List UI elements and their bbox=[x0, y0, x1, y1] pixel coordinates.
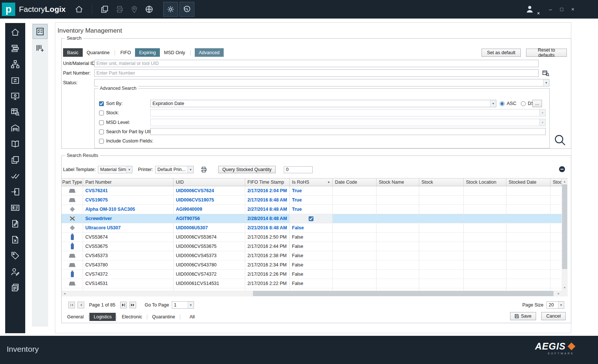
first-page-button[interactable] bbox=[68, 302, 75, 308]
hierarchy-icon[interactable] bbox=[10, 59, 21, 70]
stocked-quantity-input[interactable] bbox=[284, 166, 313, 173]
cancel-button[interactable]: Cancel bbox=[541, 312, 566, 320]
tab-electronic[interactable]: Electronic bbox=[118, 313, 146, 321]
printer-icon[interactable] bbox=[112, 2, 127, 17]
last-page-button[interactable] bbox=[129, 302, 136, 308]
settings-gear-button[interactable] bbox=[163, 2, 178, 17]
print-icon[interactable] bbox=[200, 166, 207, 173]
minimize-button[interactable]: – bbox=[548, 7, 553, 12]
stock-checkbox[interactable] bbox=[99, 111, 104, 115]
tab-advanced[interactable]: Advanced bbox=[195, 48, 224, 57]
inventory-stacks-icon[interactable] bbox=[10, 43, 21, 54]
printer-dropdown[interactable]: Default Prin... ▾ bbox=[155, 166, 194, 173]
document-edit-icon[interactable] bbox=[10, 218, 21, 229]
scroll-up-icon[interactable]: ▲ bbox=[562, 178, 568, 184]
table-row[interactable]: Alpha OM-310 SAC305 AGI9040009 2/27/2014… bbox=[62, 205, 562, 214]
unit-material-id-input[interactable] bbox=[94, 60, 539, 67]
query-stocked-quantity-button[interactable]: Query Stocked Quantity bbox=[218, 166, 276, 173]
column-header-uid[interactable]: UID bbox=[174, 178, 245, 186]
column-header-date-code[interactable]: Date Code bbox=[333, 178, 377, 186]
tab-msd-only[interactable]: MSD Only bbox=[160, 48, 189, 57]
table-row[interactable]: CVS53675 UID0006CVS53675 2/17/2016 2:44 … bbox=[62, 242, 562, 251]
tab-all[interactable]: All bbox=[185, 313, 199, 321]
monitor-gear-icon[interactable] bbox=[10, 91, 21, 102]
part-by-uid-input[interactable] bbox=[150, 128, 546, 135]
msd-level-dropdown[interactable]: ▾ bbox=[150, 119, 546, 126]
barcode-add-button[interactable] bbox=[33, 40, 47, 55]
sort-by-checkbox[interactable] bbox=[99, 101, 104, 106]
table-row[interactable]: CVS76241 UID0006CVS7624 2/17/2016 2:04 P… bbox=[62, 186, 562, 196]
vertical-scroll-thumb[interactable] bbox=[562, 184, 567, 269]
next-page-button[interactable] bbox=[120, 302, 127, 308]
documents-icon[interactable] bbox=[97, 2, 112, 17]
horizontal-scroll-thumb[interactable] bbox=[253, 291, 553, 296]
column-header-stock[interactable]: Stock bbox=[419, 178, 464, 186]
scroll-down-icon[interactable]: ▼ bbox=[562, 285, 568, 291]
tag-icon[interactable] bbox=[10, 250, 21, 261]
scroll-left-icon[interactable]: ◄ bbox=[62, 291, 68, 296]
set-as-default-button[interactable]: Set as default bbox=[482, 49, 521, 57]
page-size-dropdown[interactable]: 20 ▾ bbox=[546, 301, 564, 309]
table-row[interactable]: CVS43780 UID0006CVS43780 2/17/2016 2:34 … bbox=[62, 260, 562, 270]
column-header-part-number[interactable]: Part Number bbox=[83, 178, 174, 186]
dsc-radio[interactable] bbox=[521, 101, 526, 106]
inventory-list-button[interactable] bbox=[33, 24, 47, 39]
save-button[interactable]: Save bbox=[510, 312, 536, 320]
user-edit-icon[interactable] bbox=[10, 266, 21, 277]
filter-arrow-icon[interactable]: ▼ bbox=[327, 181, 330, 184]
document-remove-icon[interactable] bbox=[10, 234, 21, 245]
horizontal-scrollbar[interactable]: ◄ ► bbox=[62, 291, 562, 296]
tab-quarantine-results[interactable]: Quarantine bbox=[148, 313, 179, 321]
column-header-stock-name[interactable]: Stock Name bbox=[377, 178, 419, 186]
sort-by-dropdown[interactable]: Expiration Date ▾ bbox=[150, 100, 496, 107]
msd-level-checkbox[interactable] bbox=[99, 120, 104, 125]
report-pages-icon[interactable] bbox=[10, 282, 21, 293]
table-search-icon[interactable] bbox=[10, 106, 21, 118]
collapse-minus-icon[interactable] bbox=[559, 166, 565, 172]
table-row[interactable]: CVS74372 UID0006CVS74372 2/17/2016 2:26 … bbox=[62, 270, 562, 279]
tab-general[interactable]: General bbox=[63, 313, 88, 321]
column-header-stocked-date[interactable]: Stocked Date bbox=[506, 178, 551, 186]
tab-expiring[interactable]: Expiring bbox=[135, 48, 160, 57]
import-box-icon[interactable] bbox=[10, 186, 21, 197]
go-to-page-dropdown[interactable]: 1 ▾ bbox=[172, 301, 194, 309]
column-header-fifo[interactable]: FIFO Time Stamp bbox=[245, 178, 290, 186]
maximize-button[interactable]: □ bbox=[559, 7, 565, 12]
table-row-selected[interactable]: Screwdriver AGIT90756 2/28/2014 8:48 AM bbox=[62, 214, 562, 223]
label-template-dropdown[interactable]: Material Simp ▾ bbox=[98, 166, 132, 173]
id-card-icon[interactable] bbox=[10, 202, 21, 213]
column-header-stock-2[interactable]: Stock bbox=[551, 178, 562, 186]
asc-radio[interactable] bbox=[500, 101, 505, 106]
tab-basic[interactable]: Basic bbox=[63, 48, 83, 57]
vertical-scrollbar[interactable]: ▲ ▼ bbox=[562, 178, 568, 291]
table-row[interactable]: Ultracore U5307 UID0006U5307 2/21/2016 8… bbox=[62, 223, 562, 233]
table-row[interactable]: CVS53674 UID0006CVS53674 2/17/2016 2:50 … bbox=[62, 233, 562, 242]
part-by-uid-checkbox[interactable] bbox=[99, 129, 104, 134]
run-search-icon[interactable] bbox=[553, 134, 567, 148]
copy-pages-icon[interactable] bbox=[10, 154, 21, 165]
box-refresh-icon[interactable] bbox=[10, 75, 21, 86]
rohs-checkbox[interactable] bbox=[309, 216, 313, 221]
home-nav-icon[interactable] bbox=[10, 27, 21, 38]
close-button[interactable]: × bbox=[570, 7, 576, 12]
stock-dropdown[interactable]: ▾ bbox=[150, 109, 546, 117]
custom-fields-checkbox[interactable] bbox=[99, 139, 104, 144]
prev-page-button[interactable] bbox=[78, 302, 84, 308]
part-lookup-icon[interactable] bbox=[542, 69, 550, 78]
home-icon[interactable] bbox=[72, 2, 86, 17]
part-number-input[interactable] bbox=[94, 69, 539, 77]
tab-fifo[interactable]: FIFO bbox=[116, 48, 135, 57]
scroll-right-icon[interactable]: ► bbox=[556, 291, 562, 296]
tab-logistics[interactable]: Logistics bbox=[89, 313, 116, 321]
location-pin-icon[interactable] bbox=[127, 2, 142, 17]
column-header-stock-location[interactable]: Stock Location bbox=[464, 178, 506, 186]
table-row[interactable]: CVS14531 UID00061CVS14531 2/17/2016 2:22… bbox=[62, 279, 562, 288]
double-check-icon[interactable] bbox=[10, 170, 21, 181]
table-row[interactable]: CVS19075 UID006CVS19075 2/17/2016 8:48 A… bbox=[62, 196, 562, 205]
history-refresh-button[interactable] bbox=[180, 2, 194, 17]
column-header-part-type[interactable]: Part Type bbox=[62, 178, 83, 186]
more-options-button[interactable]: ... bbox=[532, 100, 542, 107]
globe-icon[interactable] bbox=[142, 2, 157, 17]
table-row[interactable]: CVS45373 UID0006CVS45373 2/17/2016 2:38 … bbox=[62, 251, 562, 260]
column-header-is-rohs[interactable]: Is RoHS▼ bbox=[290, 178, 333, 186]
